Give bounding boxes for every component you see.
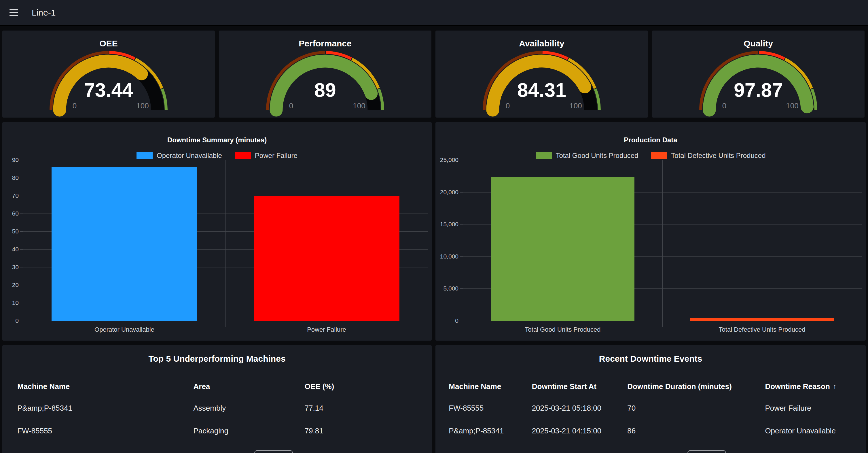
gridline — [225, 160, 226, 327]
gauge-value: 84.31 — [517, 79, 566, 101]
legend-swatch-icon — [651, 152, 667, 159]
plot-area: 05,00010,00015,00020,00025,000Total Good… — [463, 160, 862, 321]
legend-swatch-icon — [235, 152, 251, 159]
table-cell: Assembly — [193, 404, 226, 413]
sort-ascending-icon: ↑ — [830, 382, 837, 391]
gauge-arc: 010073.44 — [2, 31, 215, 118]
y-axis-label: 5,000 — [435, 285, 459, 292]
gauge-panel-performance: Performance010089 — [219, 31, 431, 118]
gridline — [862, 160, 862, 327]
table-cell: 86 — [627, 426, 636, 435]
gridline — [662, 160, 663, 327]
y-axis-label: 15,000 — [435, 221, 459, 228]
row-divider — [7, 421, 427, 421]
legend-item-total-good-units-produced[interactable]: Total Good Units Produced — [536, 152, 639, 160]
hamburger-menu-icon[interactable] — [7, 6, 21, 20]
table-panel-title[interactable]: Top 5 Underperforming Machines — [2, 354, 432, 364]
column-header-downtime-duration-minutes[interactable]: Downtime Duration (minutes) — [627, 382, 732, 391]
column-header-oee[interactable]: OEE (%) — [305, 382, 334, 391]
bar-total-defective-units-produced — [690, 318, 834, 321]
y-axis-label: 10,000 — [435, 253, 459, 260]
legend-label: Total Good Units Produced — [556, 152, 639, 160]
gauge-panel-quality: Quality010097.87 — [652, 31, 865, 118]
table-cell: Operator Unavailable — [765, 426, 836, 435]
chart-panel-title[interactable]: Production Data — [435, 136, 866, 144]
dashboard-title: Line-1 — [32, 8, 56, 18]
x-axis-label: Total Good Units Produced — [525, 326, 601, 333]
column-header-machine-name[interactable]: Machine Name — [17, 382, 70, 391]
x-axis-label: Operator Unavailable — [94, 326, 154, 333]
y-axis-label: 50 — [2, 228, 19, 235]
gauge-arc: 010084.31 — [435, 31, 648, 118]
chart-legend: Total Good Units ProducedTotal Defective… — [435, 152, 866, 160]
column-header-downtime-start-at[interactable]: Downtime Start At — [532, 382, 596, 391]
bar-total-good-units-produced — [491, 177, 634, 321]
gauge-value: 89 — [314, 79, 336, 101]
gauge-arc: 010097.87 — [652, 31, 865, 118]
y-axis-label: 70 — [2, 192, 19, 199]
table-cell: 79.81 — [305, 426, 323, 435]
axis-tick — [460, 224, 463, 224]
table-pagination-button[interactable] — [687, 450, 726, 453]
axis-tick — [460, 192, 463, 192]
legend-label: Power Failure — [255, 152, 298, 160]
table-pagination-button[interactable] — [254, 450, 293, 453]
chart-panel-downtime-summary-minutes: Downtime Summary (minutes)Operator Unava… — [2, 122, 432, 341]
table-cell: Packaging — [193, 426, 228, 435]
column-header-downtime-reason[interactable]: Downtime Reason↑ — [765, 382, 836, 391]
legend-item-power-failure[interactable]: Power Failure — [235, 152, 298, 160]
y-axis-label: 20,000 — [435, 189, 459, 195]
gauge-panel-oee: OEE010073.44 — [2, 31, 215, 118]
gauge-max-label: 100 — [569, 101, 582, 110]
table-panel-top-5-underperforming-machines: Top 5 Underperforming MachinesMachine Na… — [2, 345, 432, 453]
gauge-min-label: 0 — [72, 101, 76, 110]
gauge-value: 73.44 — [84, 79, 133, 101]
axis-tick — [460, 289, 463, 289]
gauge-arc: 010089 — [219, 31, 431, 118]
table-cell: 70 — [627, 404, 636, 413]
table-cell: 77.14 — [305, 404, 323, 413]
table-cell: FW-85555 — [449, 404, 484, 413]
y-axis-label: 0 — [435, 318, 459, 324]
y-axis-label: 60 — [2, 210, 19, 217]
axis-tick — [460, 256, 463, 257]
y-axis-label: 10 — [2, 300, 19, 306]
gauge-max-label: 100 — [353, 101, 365, 110]
chart-panel-title[interactable]: Downtime Summary (minutes) — [2, 136, 432, 144]
column-header-machine-name[interactable]: Machine Name — [449, 382, 501, 391]
y-axis-label: 30 — [2, 264, 19, 270]
legend-item-total-defective-units-produced[interactable]: Total Defective Units Produced — [651, 152, 766, 160]
gauge-min-label: 0 — [289, 101, 293, 110]
gauge-value: 97.87 — [734, 79, 783, 101]
y-axis-label: 20 — [2, 282, 19, 288]
chart-legend: Operator UnavailablePower Failure — [2, 152, 432, 160]
top-navbar: Line-1 — [0, 0, 868, 26]
column-header-area[interactable]: Area — [193, 382, 210, 391]
legend-swatch-icon — [536, 152, 552, 159]
bar-power-failure — [254, 196, 399, 321]
legend-item-operator-unavailable[interactable]: Operator Unavailable — [136, 152, 222, 160]
table-cell: FW-85555 — [17, 426, 52, 435]
row-divider — [441, 421, 861, 421]
table-cell: 2025-03-21 04:15:00 — [532, 426, 601, 435]
table-cell: P&amp;P-85341 — [17, 404, 72, 413]
gauge-max-label: 100 — [136, 101, 149, 110]
bar-operator-unavailable — [52, 167, 197, 321]
legend-label: Total Defective Units Produced — [671, 152, 766, 160]
gauge-min-label: 0 — [722, 101, 726, 110]
y-axis-label: 40 — [2, 246, 19, 252]
dashboard: Line-1 OEE010073.44Performance010089Avai… — [0, 0, 868, 453]
y-axis-label: 0 — [2, 318, 19, 324]
table-panel-recent-downtime-events: Recent Downtime EventsMachine NameDownti… — [435, 345, 866, 453]
gridline — [428, 160, 428, 327]
y-axis-label: 25,000 — [435, 157, 459, 163]
gauge-panel-availability: Availability010084.31 — [435, 31, 648, 118]
x-axis-label: Power Failure — [307, 326, 346, 333]
table-panel-title[interactable]: Recent Downtime Events — [435, 354, 866, 364]
y-axis-label: 90 — [2, 157, 19, 163]
table-cell: Power Failure — [765, 404, 811, 413]
table-cell: 2025-03-21 05:18:00 — [532, 404, 601, 413]
legend-label: Operator Unavailable — [157, 152, 222, 160]
x-axis-label: Total Defective Units Produced — [719, 326, 806, 333]
y-axis-label: 80 — [2, 175, 19, 181]
